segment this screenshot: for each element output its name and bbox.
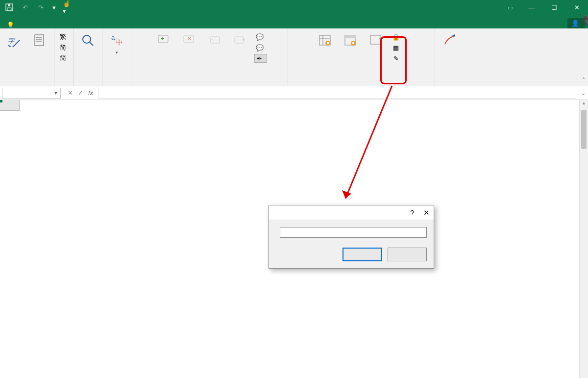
show-hide-comment-button: 💬: [254, 32, 267, 41]
cancel-button[interactable]: [388, 248, 427, 261]
redo-icon[interactable]: ↷: [36, 3, 45, 12]
spellcheck-icon: 字: [6, 32, 22, 48]
translate-icon: a中: [109, 32, 124, 48]
vertical-scrollbar[interactable]: ▴: [579, 100, 588, 378]
bulb-icon: 💡: [7, 22, 14, 28]
svg-text:中: 中: [116, 39, 122, 46]
help-icon[interactable]: ?: [410, 209, 414, 217]
svg-rect-24: [345, 35, 356, 38]
group-changes: 🔒 ▦ ✎▾: [288, 28, 435, 86]
unprotect-workbook-dialog: ? ✕: [269, 205, 434, 269]
allow-edit-button[interactable]: ▦: [391, 43, 409, 52]
select-all-corner[interactable]: [0, 100, 20, 111]
delete-comment-icon: ✕: [181, 32, 197, 48]
trad-to-simp-button[interactable]: 繁: [57, 32, 70, 41]
group-chinese: 繁 简 简: [54, 28, 74, 86]
minimize-icon[interactable]: —: [520, 0, 543, 15]
window-controls: ▭ — ☐ ✕: [501, 0, 588, 15]
track-icon: ✎: [392, 54, 400, 62]
show-ink-button[interactable]: ✒: [254, 54, 267, 63]
ribbon: 字 繁 简 简: [0, 28, 588, 86]
simp-icon: 简: [59, 44, 67, 51]
trad-icon: 繁: [59, 33, 67, 41]
enter-formula-icon: ✓: [78, 89, 83, 97]
dialog-close-icon[interactable]: ✕: [423, 208, 430, 217]
lock-share-icon: 🔒: [392, 33, 400, 41]
share-workbook-icon: [368, 32, 384, 48]
ribbon-options-icon[interactable]: ▭: [501, 0, 520, 15]
pen-icon: [441, 32, 457, 48]
thesaurus-button[interactable]: [28, 30, 51, 49]
new-comment-icon: +: [156, 32, 172, 48]
cancel-formula-icon: ✕: [68, 89, 73, 97]
convert-icon: 简: [59, 54, 67, 62]
formula-bar: ▼ ✕ ✓ fx ⌄: [0, 86, 588, 100]
svg-rect-4: [35, 35, 44, 46]
dialog-titlebar[interactable]: ? ✕: [269, 205, 434, 220]
prev-comment-button: [203, 30, 226, 49]
ribbon-tabs: 💡 👤: [0, 15, 588, 28]
group-ink: [435, 28, 464, 86]
close-icon[interactable]: ✕: [565, 0, 588, 15]
undo-icon[interactable]: ↶: [21, 3, 29, 12]
share-workbook-button[interactable]: [365, 30, 388, 49]
ink-icon: ✒: [256, 54, 264, 62]
simp-to-trad-button[interactable]: 简: [57, 43, 70, 52]
ok-button[interactable]: [343, 248, 382, 261]
group-language: a中 ▾: [102, 28, 131, 86]
prev-icon: [207, 32, 222, 48]
expand-formula-icon[interactable]: ⌄: [578, 89, 588, 97]
next-icon: [232, 32, 248, 48]
group-insights: [74, 28, 102, 86]
protect-share-button[interactable]: 🔒: [391, 32, 409, 41]
qat-more-icon[interactable]: ▾: [52, 3, 56, 12]
group-comments: + ✕ 💬 💬 ✒: [131, 28, 288, 86]
protect-workbook-icon: [343, 32, 359, 48]
protect-sheet-icon: [318, 32, 333, 48]
svg-rect-2: [8, 4, 10, 6]
thesaurus-icon: [32, 32, 48, 48]
tell-me[interactable]: 💡: [7, 22, 16, 28]
formula-input[interactable]: [98, 88, 576, 99]
svg-text:a: a: [111, 34, 115, 41]
maximize-icon[interactable]: ☐: [543, 0, 565, 15]
password-input[interactable]: [280, 227, 427, 238]
next-comment-button: [229, 30, 251, 49]
svg-rect-1: [7, 8, 11, 10]
svg-line-9: [90, 42, 93, 46]
spellcheck-button[interactable]: 字: [3, 30, 25, 49]
scroll-thumb[interactable]: [581, 110, 587, 149]
protect-sheet-button[interactable]: [314, 30, 337, 49]
comments-icon: 💬: [256, 44, 264, 51]
smart-lookup-button[interactable]: [76, 30, 99, 49]
group-proofing: 字: [0, 28, 54, 86]
range-icon: ▦: [392, 44, 400, 51]
comment-icon: 💬: [256, 33, 264, 41]
collapse-ribbon-icon[interactable]: ˄: [582, 77, 585, 84]
phone-icon: 📞: [582, 15, 588, 30]
svg-text:✕: ✕: [187, 35, 192, 42]
new-comment-button[interactable]: +: [152, 30, 175, 49]
fx-icon[interactable]: fx: [88, 89, 93, 97]
svg-text:+: +: [161, 35, 165, 42]
svg-rect-27: [370, 35, 380, 44]
svg-rect-26: [352, 42, 354, 44]
show-all-comments-button[interactable]: 💬: [254, 43, 267, 52]
quick-access-toolbar: ↶ ↷ ▾ ☝▾: [0, 3, 76, 12]
track-changes-button[interactable]: ✎▾: [391, 54, 409, 63]
share-icon: 👤: [571, 20, 579, 27]
svg-rect-22: [327, 42, 329, 44]
convert-button[interactable]: 简: [57, 54, 70, 63]
protect-workbook-button[interactable]: [340, 30, 362, 49]
start-ink-button[interactable]: [438, 30, 461, 49]
delete-comment-button: ✕: [178, 30, 200, 49]
svg-point-8: [83, 35, 91, 43]
translate-button[interactable]: a中 ▾: [105, 30, 128, 55]
search-icon: [80, 32, 96, 48]
name-box[interactable]: ▼: [2, 88, 61, 99]
dropdown-icon[interactable]: ▼: [53, 90, 58, 96]
touch-mode-icon[interactable]: ☝▾: [63, 3, 72, 12]
save-icon[interactable]: [5, 3, 14, 12]
title-bar: ↶ ↷ ▾ ☝▾ ▭ — ☐ ✕: [0, 0, 588, 15]
svg-text:字: 字: [8, 37, 15, 45]
